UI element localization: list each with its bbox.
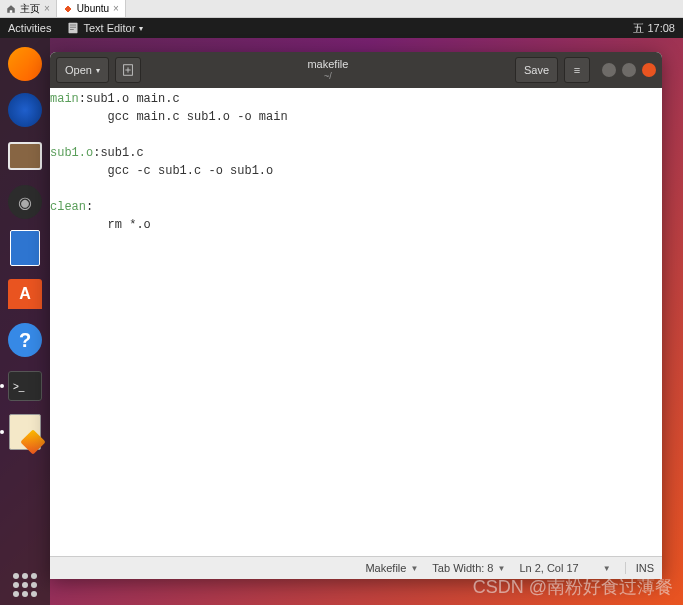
- show-applications-button[interactable]: [13, 573, 37, 597]
- chevron-down-icon: ▼: [497, 564, 505, 573]
- dock-text-editor[interactable]: [5, 412, 45, 452]
- hamburger-icon: ≡: [574, 64, 580, 76]
- clock[interactable]: 五 17:08: [633, 21, 675, 36]
- ubuntu-top-bar: Activities Text Editor ▾ 五 17:08: [0, 18, 683, 38]
- dock: ◉ ? >_: [0, 38, 50, 605]
- browser-tab-home[interactable]: 主页 ×: [0, 0, 57, 17]
- window-title: makefile ~/: [147, 58, 509, 82]
- help-icon: ?: [8, 323, 42, 357]
- activities-button[interactable]: Activities: [8, 22, 51, 34]
- titlebar[interactable]: Open ▾ makefile ~/ Save ≡: [50, 52, 662, 88]
- browser-tab-ubuntu[interactable]: Ubuntu ×: [57, 0, 126, 17]
- dock-software[interactable]: [5, 274, 45, 314]
- software-icon: [8, 279, 42, 309]
- status-bar: Makefile ▼ Tab Width: 8 ▼ Ln 2, Col 17 ▼…: [50, 556, 662, 579]
- dock-terminal[interactable]: >_: [5, 366, 45, 406]
- chevron-down-icon: ▼: [603, 564, 611, 573]
- open-label: Open: [65, 64, 92, 76]
- make-command: gcc main.c sub1.o -o main: [50, 110, 288, 124]
- make-deps: :sub1.c: [93, 146, 143, 160]
- file-name: makefile: [147, 58, 509, 71]
- chevron-down-icon: ▾: [96, 66, 100, 75]
- new-document-icon: [121, 63, 135, 77]
- app-menu[interactable]: Text Editor ▾: [67, 22, 143, 34]
- dock-thunderbird[interactable]: [5, 90, 45, 130]
- new-document-button[interactable]: [115, 57, 141, 83]
- cursor-position[interactable]: Ln 2, Col 17 ▼: [519, 562, 610, 574]
- home-icon: [6, 4, 16, 14]
- save-button[interactable]: Save: [515, 57, 558, 83]
- dock-help[interactable]: ?: [5, 320, 45, 360]
- ubuntu-icon: [63, 4, 73, 14]
- thunderbird-icon: [8, 93, 42, 127]
- chevron-down-icon: ▾: [139, 24, 143, 33]
- close-icon[interactable]: ×: [113, 3, 119, 14]
- open-button[interactable]: Open ▾: [56, 57, 109, 83]
- file-path: ~/: [147, 71, 509, 82]
- tab-label: Ubuntu: [77, 3, 109, 14]
- disc-icon: ◉: [8, 185, 42, 219]
- writer-icon: [10, 230, 40, 266]
- dock-firefox[interactable]: [5, 44, 45, 84]
- app-name: Text Editor: [83, 22, 135, 34]
- language-label: Makefile: [365, 562, 406, 574]
- terminal-icon: >_: [8, 371, 42, 401]
- dock-rhythmbox[interactable]: ◉: [5, 182, 45, 222]
- firefox-icon: [8, 47, 42, 81]
- code-editor[interactable]: main:sub1.o main.c gcc main.c sub1.o -o …: [50, 88, 662, 556]
- tab-label: 主页: [20, 2, 40, 16]
- svg-rect-0: [69, 23, 78, 34]
- mode-label: INS: [636, 562, 654, 574]
- close-button[interactable]: [642, 63, 656, 77]
- minimize-button[interactable]: [602, 63, 616, 77]
- tab-width-selector[interactable]: Tab Width: 8 ▼: [432, 562, 505, 574]
- make-deps: :sub1.o main.c: [79, 92, 180, 106]
- dock-writer[interactable]: [5, 228, 45, 268]
- gedit-icon: [9, 414, 41, 450]
- make-target: sub1.o: [50, 146, 93, 160]
- files-icon: [8, 142, 42, 170]
- language-selector[interactable]: Makefile ▼: [365, 562, 418, 574]
- text-editor-window: Open ▾ makefile ~/ Save ≡ main:sub1.o: [50, 52, 662, 579]
- chevron-down-icon: ▼: [410, 564, 418, 573]
- make-command: rm *.o: [50, 218, 151, 232]
- tab-width-label: Tab Width: 8: [432, 562, 493, 574]
- make-command: gcc -c sub1.c -o sub1.o: [50, 164, 273, 178]
- desktop: ◉ ? >_ Open ▾ makefile ~/ Save: [0, 38, 683, 605]
- browser-tab-strip: 主页 × Ubuntu ×: [0, 0, 683, 18]
- make-target: main: [50, 92, 79, 106]
- make-deps: :: [86, 200, 93, 214]
- text-editor-icon: [67, 22, 79, 34]
- make-target: clean: [50, 200, 86, 214]
- hamburger-menu-button[interactable]: ≡: [564, 57, 590, 83]
- cursor-label: Ln 2, Col 17: [519, 562, 578, 574]
- maximize-button[interactable]: [622, 63, 636, 77]
- save-label: Save: [524, 64, 549, 76]
- dock-files[interactable]: [5, 136, 45, 176]
- insert-mode[interactable]: INS: [625, 562, 654, 574]
- close-icon[interactable]: ×: [44, 3, 50, 14]
